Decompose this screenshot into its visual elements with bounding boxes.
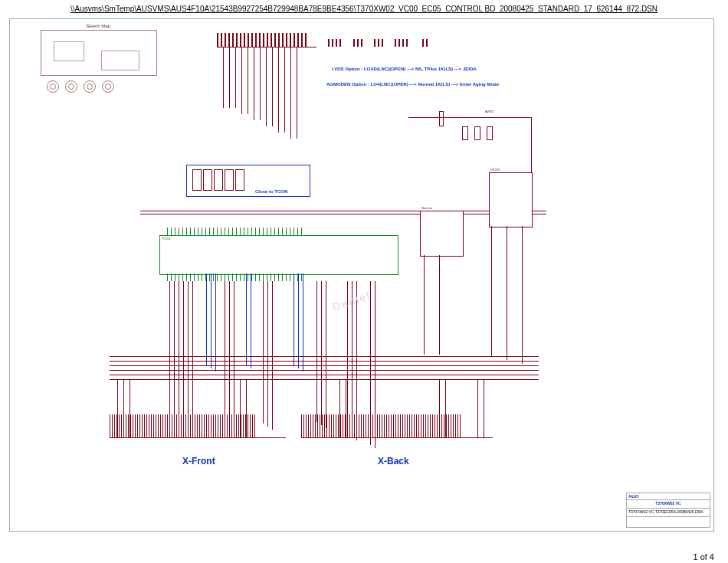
- bwire: [298, 273, 299, 368]
- bus-h: [140, 214, 546, 214]
- cap: [235, 169, 244, 191]
- schematic-sheet: Sketch Map: [9, 18, 714, 532]
- titleblock-logo: AUO: [627, 493, 710, 499]
- wire: [110, 370, 539, 371]
- tcon-pins-bot: [167, 273, 389, 281]
- wire: [272, 47, 273, 126]
- circle-cn2: [65, 80, 77, 93]
- wire: [183, 281, 184, 428]
- wire: [110, 365, 539, 366]
- wire: [424, 255, 425, 355]
- page-number: 1 of 4: [693, 552, 714, 561]
- cap: [214, 169, 223, 191]
- gamma-label: Gamma: [421, 206, 432, 210]
- sketch-block-2: [101, 51, 139, 70]
- wire: [263, 281, 264, 424]
- circle-cn1: [47, 80, 59, 93]
- wire: [297, 47, 297, 139]
- note-lvds: LVDS Option : LOAD(LNC)(OPEN) ---> NS, T…: [332, 67, 477, 71]
- wire: [267, 281, 268, 427]
- file-path: \\Ausvms\SmTemp\AUSVMS\AUS4F10A\21543B99…: [0, 5, 728, 13]
- top-connector-1: [217, 33, 316, 47]
- wire: [522, 226, 523, 364]
- title-block: AUO T370XW02 VC T370XW02 VC·T370EC05A·20…: [626, 493, 710, 528]
- wire: [179, 281, 179, 425]
- top-small-1: [328, 33, 351, 47]
- top-small-3: [374, 33, 391, 47]
- titleblock-line1: T370XW02 VC: [627, 499, 710, 508]
- wire: [229, 47, 230, 108]
- wire: [217, 47, 316, 47]
- bwire: [211, 273, 212, 368]
- sketch-block-1: [54, 41, 84, 61]
- wire: [290, 47, 291, 139]
- wire: [301, 437, 493, 438]
- wire: [229, 281, 230, 428]
- wire: [248, 47, 248, 114]
- circle-cn4: [102, 80, 114, 93]
- tcon-pins-top: [167, 227, 389, 235]
- bwire: [246, 273, 247, 365]
- bus-h: [140, 211, 546, 211]
- gamma-block: [420, 211, 464, 257]
- top-small-2: [353, 33, 370, 47]
- wire: [266, 47, 267, 126]
- bwire: [293, 273, 294, 365]
- cap: [462, 126, 468, 140]
- x-front-connector: [110, 414, 286, 437]
- cap: [192, 169, 202, 191]
- wire: [174, 281, 175, 422]
- cap: [474, 126, 480, 140]
- wire: [241, 47, 242, 114]
- wire: [225, 281, 225, 425]
- wire: [110, 375, 539, 375]
- note-agmod: AGMODEN Option : LO4(LNC)(OPEN) ---> Nor…: [326, 82, 499, 87]
- wire: [223, 47, 224, 108]
- wire: [491, 226, 492, 356]
- wire: [284, 47, 285, 133]
- label-x-back: X-Back: [378, 456, 409, 466]
- cap: [487, 126, 493, 140]
- wire: [110, 437, 286, 438]
- wire: [316, 281, 317, 422]
- wire: [321, 281, 322, 425]
- inductor: [439, 111, 444, 126]
- sketch-map-title: Sketch Map: [41, 24, 156, 28]
- wire: [439, 255, 440, 355]
- sketch-frame: [41, 30, 157, 76]
- label-x-front: X-Front: [182, 456, 215, 466]
- cap: [203, 169, 212, 191]
- titleblock-line3: [627, 516, 710, 525]
- wire: [278, 47, 279, 133]
- tcon-label: TCON: [162, 237, 170, 241]
- top-small-5: [422, 33, 436, 47]
- wire: [272, 281, 273, 430]
- wire: [169, 281, 170, 419]
- wire: [110, 356, 539, 357]
- dcdc-label: DC/DC: [490, 168, 500, 172]
- connector-circles: [41, 80, 156, 93]
- titleblock-line2: T370XW02 VC·T370EC05A·20080425.DSN: [627, 508, 710, 516]
- wire: [408, 117, 531, 118]
- avdd-label: AVDD: [485, 110, 494, 113]
- close-to-tcon-label: Close to TCON: [255, 189, 287, 194]
- cap: [225, 169, 234, 191]
- sketch-map: Sketch Map: [41, 24, 156, 100]
- top-small-4: [395, 33, 418, 47]
- bwire: [206, 273, 207, 365]
- page-root: \\Ausvms\SmTemp\AUSVMS\AUS4F10A\21543B99…: [0, 0, 728, 563]
- wire: [507, 226, 507, 360]
- wire: [110, 379, 539, 380]
- wire: [326, 281, 326, 428]
- circle-cn3: [84, 80, 96, 93]
- wire: [531, 117, 532, 172]
- dcdc-block: [489, 172, 533, 227]
- wire: [254, 47, 254, 120]
- wire: [260, 47, 261, 120]
- wire: [192, 281, 193, 434]
- wire: [235, 47, 236, 108]
- x-back-connector: [301, 414, 493, 437]
- wire: [110, 361, 539, 362]
- bwire: [251, 273, 251, 368]
- tcon-chip: [159, 235, 398, 275]
